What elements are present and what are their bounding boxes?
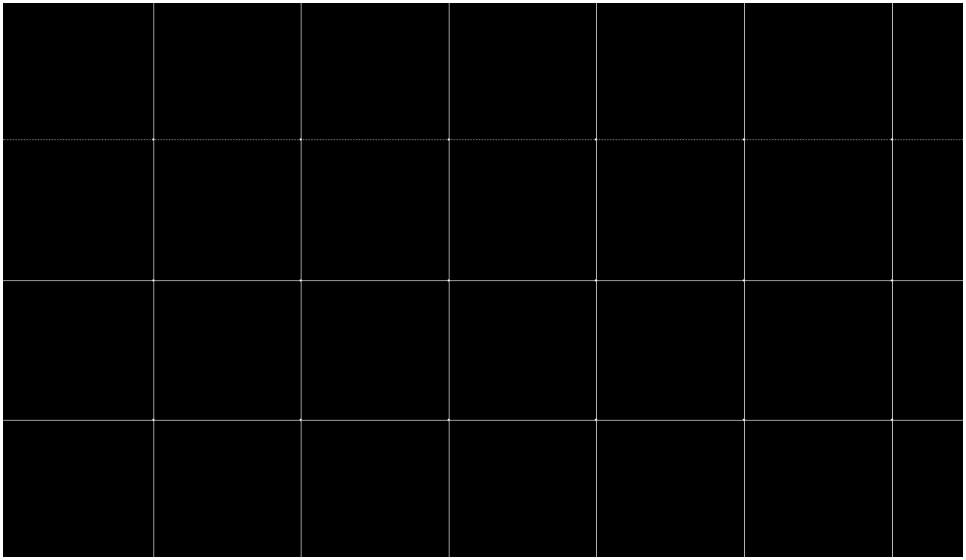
grid-intersection-dot	[299, 279, 301, 281]
grid-intersection-dot	[595, 418, 598, 421]
grid-intersection-dot	[890, 138, 893, 140]
grid-intersection-dot	[890, 279, 893, 281]
grid-intersection-dot	[743, 418, 746, 421]
grid-intersection-dot	[595, 138, 598, 140]
grid-intersection-dot	[153, 138, 155, 140]
grid-intersection-dot	[447, 279, 450, 281]
grid-intersection-dot	[890, 418, 893, 421]
grid-intersection-dot	[299, 418, 301, 421]
grid-line-horizontal	[3, 280, 963, 281]
grid-canvas	[3, 3, 963, 557]
grid-intersection-dot	[447, 138, 450, 140]
grid-intersection-dot	[299, 138, 301, 140]
grid-line-horizontal	[3, 139, 963, 140]
grid-intersection-dot	[743, 138, 746, 140]
grid-intersection-dot	[153, 418, 155, 421]
grid-line-horizontal	[3, 420, 963, 421]
grid-intersection-dot	[595, 279, 598, 281]
grid-intersection-dot	[153, 279, 155, 281]
grid-intersection-dot	[447, 418, 450, 421]
grid-intersection-dot	[743, 279, 746, 281]
